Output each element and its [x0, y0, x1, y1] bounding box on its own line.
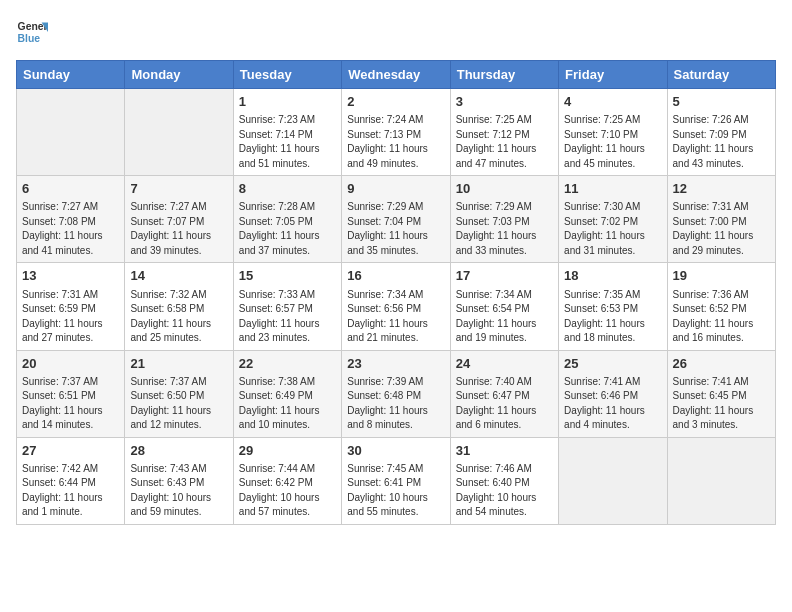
day-info: Sunrise: 7:25 AM Sunset: 7:12 PM Dayligh…	[456, 113, 553, 171]
day-info: Sunrise: 7:37 AM Sunset: 6:50 PM Dayligh…	[130, 375, 227, 433]
day-info: Sunrise: 7:33 AM Sunset: 6:57 PM Dayligh…	[239, 288, 336, 346]
calendar-cell: 20Sunrise: 7:37 AM Sunset: 6:51 PM Dayli…	[17, 350, 125, 437]
day-number: 7	[130, 180, 227, 198]
col-header-friday: Friday	[559, 61, 667, 89]
calendar-cell: 10Sunrise: 7:29 AM Sunset: 7:03 PM Dayli…	[450, 176, 558, 263]
day-info: Sunrise: 7:27 AM Sunset: 7:07 PM Dayligh…	[130, 200, 227, 258]
day-number: 9	[347, 180, 444, 198]
calendar-cell: 13Sunrise: 7:31 AM Sunset: 6:59 PM Dayli…	[17, 263, 125, 350]
week-row-2: 6Sunrise: 7:27 AM Sunset: 7:08 PM Daylig…	[17, 176, 776, 263]
calendar-cell: 24Sunrise: 7:40 AM Sunset: 6:47 PM Dayli…	[450, 350, 558, 437]
calendar-cell: 9Sunrise: 7:29 AM Sunset: 7:04 PM Daylig…	[342, 176, 450, 263]
col-header-tuesday: Tuesday	[233, 61, 341, 89]
calendar-cell: 23Sunrise: 7:39 AM Sunset: 6:48 PM Dayli…	[342, 350, 450, 437]
day-info: Sunrise: 7:30 AM Sunset: 7:02 PM Dayligh…	[564, 200, 661, 258]
day-info: Sunrise: 7:39 AM Sunset: 6:48 PM Dayligh…	[347, 375, 444, 433]
day-info: Sunrise: 7:34 AM Sunset: 6:56 PM Dayligh…	[347, 288, 444, 346]
day-number: 30	[347, 442, 444, 460]
calendar-header: SundayMondayTuesdayWednesdayThursdayFrid…	[17, 61, 776, 89]
day-number: 10	[456, 180, 553, 198]
day-number: 11	[564, 180, 661, 198]
week-row-4: 20Sunrise: 7:37 AM Sunset: 6:51 PM Dayli…	[17, 350, 776, 437]
calendar-cell: 6Sunrise: 7:27 AM Sunset: 7:08 PM Daylig…	[17, 176, 125, 263]
day-info: Sunrise: 7:31 AM Sunset: 7:00 PM Dayligh…	[673, 200, 770, 258]
calendar-cell: 27Sunrise: 7:42 AM Sunset: 6:44 PM Dayli…	[17, 437, 125, 524]
day-number: 15	[239, 267, 336, 285]
day-info: Sunrise: 7:40 AM Sunset: 6:47 PM Dayligh…	[456, 375, 553, 433]
calendar-body: 1Sunrise: 7:23 AM Sunset: 7:14 PM Daylig…	[17, 89, 776, 525]
day-info: Sunrise: 7:25 AM Sunset: 7:10 PM Dayligh…	[564, 113, 661, 171]
day-info: Sunrise: 7:35 AM Sunset: 6:53 PM Dayligh…	[564, 288, 661, 346]
day-info: Sunrise: 7:31 AM Sunset: 6:59 PM Dayligh…	[22, 288, 119, 346]
logo: General Blue	[16, 16, 48, 48]
calendar-cell: 17Sunrise: 7:34 AM Sunset: 6:54 PM Dayli…	[450, 263, 558, 350]
calendar-cell: 19Sunrise: 7:36 AM Sunset: 6:52 PM Dayli…	[667, 263, 775, 350]
calendar-cell: 1Sunrise: 7:23 AM Sunset: 7:14 PM Daylig…	[233, 89, 341, 176]
calendar-cell: 5Sunrise: 7:26 AM Sunset: 7:09 PM Daylig…	[667, 89, 775, 176]
calendar-cell: 18Sunrise: 7:35 AM Sunset: 6:53 PM Dayli…	[559, 263, 667, 350]
day-number: 12	[673, 180, 770, 198]
calendar-cell: 7Sunrise: 7:27 AM Sunset: 7:07 PM Daylig…	[125, 176, 233, 263]
day-info: Sunrise: 7:44 AM Sunset: 6:42 PM Dayligh…	[239, 462, 336, 520]
day-info: Sunrise: 7:34 AM Sunset: 6:54 PM Dayligh…	[456, 288, 553, 346]
day-info: Sunrise: 7:36 AM Sunset: 6:52 PM Dayligh…	[673, 288, 770, 346]
col-header-thursday: Thursday	[450, 61, 558, 89]
calendar-cell: 4Sunrise: 7:25 AM Sunset: 7:10 PM Daylig…	[559, 89, 667, 176]
day-info: Sunrise: 7:23 AM Sunset: 7:14 PM Dayligh…	[239, 113, 336, 171]
calendar-cell: 30Sunrise: 7:45 AM Sunset: 6:41 PM Dayli…	[342, 437, 450, 524]
page-header: General Blue	[16, 16, 776, 48]
col-header-sunday: Sunday	[17, 61, 125, 89]
day-number: 6	[22, 180, 119, 198]
calendar-cell: 3Sunrise: 7:25 AM Sunset: 7:12 PM Daylig…	[450, 89, 558, 176]
day-number: 21	[130, 355, 227, 373]
day-number: 4	[564, 93, 661, 111]
day-number: 14	[130, 267, 227, 285]
calendar-cell	[667, 437, 775, 524]
calendar-cell	[17, 89, 125, 176]
week-row-3: 13Sunrise: 7:31 AM Sunset: 6:59 PM Dayli…	[17, 263, 776, 350]
day-number: 24	[456, 355, 553, 373]
day-number: 18	[564, 267, 661, 285]
day-info: Sunrise: 7:24 AM Sunset: 7:13 PM Dayligh…	[347, 113, 444, 171]
calendar-cell: 21Sunrise: 7:37 AM Sunset: 6:50 PM Dayli…	[125, 350, 233, 437]
calendar-cell: 11Sunrise: 7:30 AM Sunset: 7:02 PM Dayli…	[559, 176, 667, 263]
calendar-cell: 25Sunrise: 7:41 AM Sunset: 6:46 PM Dayli…	[559, 350, 667, 437]
day-info: Sunrise: 7:27 AM Sunset: 7:08 PM Dayligh…	[22, 200, 119, 258]
day-number: 17	[456, 267, 553, 285]
day-number: 29	[239, 442, 336, 460]
day-number: 20	[22, 355, 119, 373]
day-info: Sunrise: 7:43 AM Sunset: 6:43 PM Dayligh…	[130, 462, 227, 520]
day-info: Sunrise: 7:29 AM Sunset: 7:03 PM Dayligh…	[456, 200, 553, 258]
day-info: Sunrise: 7:28 AM Sunset: 7:05 PM Dayligh…	[239, 200, 336, 258]
day-info: Sunrise: 7:41 AM Sunset: 6:46 PM Dayligh…	[564, 375, 661, 433]
calendar-cell: 14Sunrise: 7:32 AM Sunset: 6:58 PM Dayli…	[125, 263, 233, 350]
day-info: Sunrise: 7:32 AM Sunset: 6:58 PM Dayligh…	[130, 288, 227, 346]
day-info: Sunrise: 7:26 AM Sunset: 7:09 PM Dayligh…	[673, 113, 770, 171]
day-number: 23	[347, 355, 444, 373]
day-info: Sunrise: 7:38 AM Sunset: 6:49 PM Dayligh…	[239, 375, 336, 433]
col-header-saturday: Saturday	[667, 61, 775, 89]
calendar-cell: 31Sunrise: 7:46 AM Sunset: 6:40 PM Dayli…	[450, 437, 558, 524]
day-number: 27	[22, 442, 119, 460]
calendar-cell: 16Sunrise: 7:34 AM Sunset: 6:56 PM Dayli…	[342, 263, 450, 350]
day-number: 19	[673, 267, 770, 285]
day-info: Sunrise: 7:42 AM Sunset: 6:44 PM Dayligh…	[22, 462, 119, 520]
svg-text:Blue: Blue	[18, 33, 41, 44]
day-number: 26	[673, 355, 770, 373]
day-number: 22	[239, 355, 336, 373]
calendar-cell: 12Sunrise: 7:31 AM Sunset: 7:00 PM Dayli…	[667, 176, 775, 263]
day-number: 3	[456, 93, 553, 111]
week-row-1: 1Sunrise: 7:23 AM Sunset: 7:14 PM Daylig…	[17, 89, 776, 176]
day-number: 13	[22, 267, 119, 285]
col-header-wednesday: Wednesday	[342, 61, 450, 89]
calendar-cell: 28Sunrise: 7:43 AM Sunset: 6:43 PM Dayli…	[125, 437, 233, 524]
day-number: 31	[456, 442, 553, 460]
calendar-cell	[559, 437, 667, 524]
day-number: 1	[239, 93, 336, 111]
day-number: 8	[239, 180, 336, 198]
day-info: Sunrise: 7:37 AM Sunset: 6:51 PM Dayligh…	[22, 375, 119, 433]
calendar-cell: 29Sunrise: 7:44 AM Sunset: 6:42 PM Dayli…	[233, 437, 341, 524]
col-header-monday: Monday	[125, 61, 233, 89]
calendar-cell: 2Sunrise: 7:24 AM Sunset: 7:13 PM Daylig…	[342, 89, 450, 176]
day-info: Sunrise: 7:29 AM Sunset: 7:04 PM Dayligh…	[347, 200, 444, 258]
